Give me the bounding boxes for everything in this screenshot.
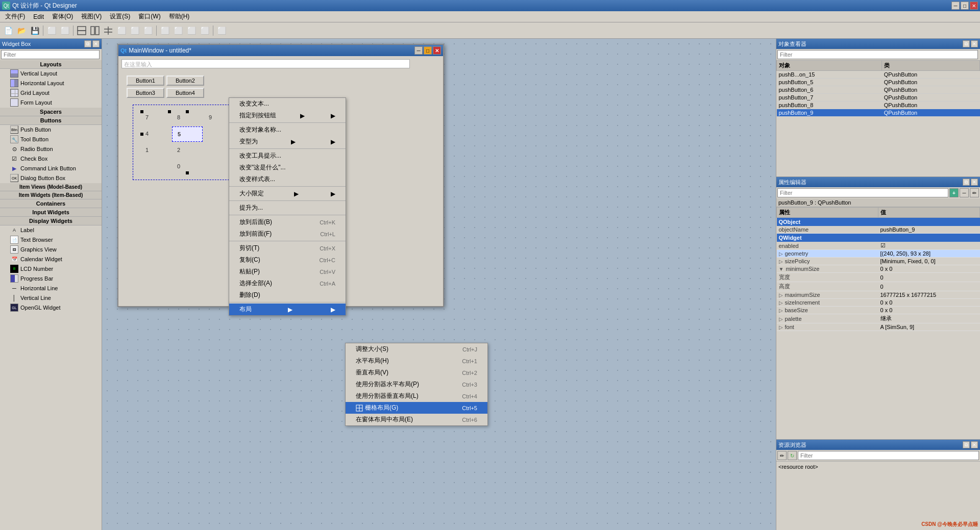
prop-value[interactable]: 0 — [878, 282, 980, 291]
prop-row-height[interactable]: 高度 0 — [777, 282, 980, 291]
section-item-views[interactable]: Item Views (Model-Based) — [0, 183, 102, 191]
prop-value[interactable]: 0 — [878, 273, 980, 282]
toolbar-t9[interactable]: ⬜ — [185, 24, 198, 37]
button4[interactable]: Button4 — [166, 88, 204, 98]
obj-row[interactable]: pushButton_8 QPushButton — [777, 102, 980, 109]
widget-box-float[interactable]: ⧉ — [84, 40, 91, 47]
prop-row-font[interactable]: ▷font A [SimSun, 9] — [777, 323, 980, 331]
widget-item-form-layout[interactable]: Form Layout — [0, 98, 102, 108]
ctx-item-send-back[interactable]: 放到后面(B)Ctrl+K — [229, 216, 346, 228]
toolbar-t6[interactable]: ⬜ — [142, 24, 154, 37]
widget-item-opengl[interactable]: GL OpenGL Widget — [0, 303, 102, 313]
obj-row[interactable]: pushButton_7 QPushButton — [777, 94, 980, 102]
toolbar-t7[interactable]: ⬜ — [159, 24, 171, 37]
prop-value[interactable]: pushButton_9 — [878, 226, 980, 234]
toolbar-t10[interactable]: ⬜ — [199, 24, 211, 37]
widget-item-progress-bar[interactable]: Progress Bar — [0, 274, 102, 284]
prop-value[interactable]: 0 x 0 — [878, 299, 980, 307]
menu-form[interactable]: 窗体(O) — [48, 11, 77, 22]
sub-ctx-form[interactable]: 在窗体布局中布局(E)Ctrl+6 — [346, 414, 487, 425]
sub-ctx-splitter-h[interactable]: 使用分割器水平布局(P)Ctrl+3 — [346, 378, 487, 390]
sub-ctx-horizontal[interactable]: 水平布局(H)Ctrl+1 — [346, 355, 487, 367]
ctx-item-paste[interactable]: 粘贴(P)Ctrl+V — [229, 266, 346, 277]
widget-item-radio-button[interactable]: ⊙ Radio Button — [0, 144, 102, 154]
obj-filter-input[interactable] — [777, 50, 978, 59]
ctx-item-change-name[interactable]: 改变对象名称... — [229, 124, 346, 136]
ctx-item-cut[interactable]: 剪切(T)Ctrl+X — [229, 242, 346, 254]
widget-item-calendar[interactable]: 📅 Calendar Widget — [0, 255, 102, 264]
ctx-item-change-text[interactable]: 改变文本... — [229, 98, 346, 110]
ctx-item-change-stylesheet[interactable]: 改变样式表... — [229, 173, 346, 185]
close-button[interactable]: ✕ — [970, 2, 978, 10]
ctx-item-assign-group[interactable]: 指定到按钮组 ▶ — [229, 110, 346, 121]
ctx-item-size-limit[interactable]: 大小限定 ▶ — [229, 188, 346, 199]
mw-minimize[interactable]: ─ — [414, 46, 423, 55]
mw-close[interactable]: ✕ — [433, 46, 441, 55]
obj-row[interactable]: pushButton_6 QPushButton — [777, 86, 980, 94]
prop-row-maxsize[interactable]: ▷maximumSize 16777215 x 16777215 — [777, 291, 980, 299]
widget-item-vertical-layout[interactable]: Vertical Layout — [0, 69, 102, 79]
prop-remove-btn[interactable]: ─ — [960, 188, 969, 197]
prop-row[interactable]: objectName pushButton_9 — [777, 226, 980, 234]
prop-value[interactable]: A [SimSun, 9] — [878, 323, 980, 331]
sub-ctx-vertical[interactable]: 垂直布局(V)Ctrl+2 — [346, 367, 487, 378]
prop-row-basesize[interactable]: ▷baseSize 0 x 0 — [777, 307, 980, 314]
ctx-item-copy[interactable]: 复制(C)Ctrl+C — [229, 254, 346, 266]
widget-item-horiz-line[interactable]: ─ Horizontal Line — [0, 284, 102, 293]
widget-filter-input[interactable] — [1, 50, 100, 59]
minimize-button[interactable]: ─ — [951, 2, 960, 10]
toolbar-redo[interactable]: ⬜ — [59, 24, 71, 37]
widget-item-text-browser[interactable]: 📄 Text Browser — [0, 235, 102, 245]
prop-value[interactable]: 0 x 0 — [878, 307, 980, 314]
menu-view[interactable]: 视图(V) — [77, 11, 106, 22]
prop-value[interactable]: [(240, 250), 93 x 28] — [878, 250, 980, 258]
ctx-item-select-all[interactable]: 选择全部(A)Ctrl+A — [229, 277, 346, 289]
toolbar-undo[interactable]: ⬜ — [45, 24, 58, 37]
prop-value[interactable]: ☑ — [878, 242, 980, 250]
widget-item-graphics-view[interactable]: 🖼 Graphics View — [0, 245, 102, 255]
section-item-widgets[interactable]: Item Widgets (Item-Based) — [0, 191, 102, 199]
res-browser-float[interactable]: ⧉ — [963, 441, 970, 448]
section-input-widgets[interactable]: Input Widgets — [0, 208, 102, 217]
maximize-button[interactable]: □ — [961, 2, 969, 10]
widget-item-tool-button[interactable]: 🔧 Tool Button — [0, 135, 102, 144]
ctx-item-change-whatsthis[interactable]: 改变"这是什么"... — [229, 162, 346, 173]
widget-item-lcd[interactable]: 8 LCD Number — [0, 264, 102, 274]
button3[interactable]: Button3 — [127, 88, 164, 98]
menu-file[interactable]: 文件(F) — [1, 11, 29, 22]
res-filter-input[interactable] — [798, 451, 979, 460]
ctx-item-bring-front[interactable]: 放到前面(F)Ctrl+L — [229, 228, 346, 240]
sub-ctx-resize[interactable]: 调整大小(S)Ctrl+J — [346, 343, 487, 355]
toolbar-save[interactable]: 💾 — [29, 24, 41, 37]
toolbar-t8[interactable]: ⬜ — [172, 24, 184, 37]
widget-item-label[interactable]: A Label — [0, 225, 102, 235]
sub-ctx-splitter-v[interactable]: 使用分割器垂直布局(L)Ctrl+4 — [346, 390, 487, 402]
mw-maximize[interactable]: □ — [424, 46, 432, 55]
widget-item-check-box[interactable]: ☑ Check Box — [0, 154, 102, 164]
obj-inspector-close[interactable]: ✕ — [971, 40, 978, 47]
section-spacers[interactable]: Spacers — [0, 108, 102, 116]
toolbar-t1[interactable] — [76, 24, 88, 37]
widget-item-dialog-button[interactable]: OK Dialog Button Box — [0, 173, 102, 183]
prop-row-width[interactable]: 宽度 0 — [777, 273, 980, 282]
section-display-widgets[interactable]: Display Widgets — [0, 217, 102, 225]
widget-item-grid-layout[interactable]: Grid Layout — [0, 88, 102, 98]
toolbar-new[interactable]: 📄 — [2, 24, 14, 37]
section-containers[interactable]: Containers — [0, 199, 102, 208]
button2[interactable]: Button2 — [166, 75, 204, 86]
obj-row-selected[interactable]: pushButton_9 QPushButton — [777, 109, 980, 117]
section-layouts[interactable]: Layouts — [0, 60, 102, 69]
menu-edit[interactable]: Edit — [29, 12, 48, 21]
prop-row-palette[interactable]: ▷palette 继承 — [777, 314, 980, 323]
res-refresh-btn[interactable]: ↻ — [788, 451, 797, 460]
toolbar-t3[interactable] — [102, 24, 114, 37]
prop-value[interactable]: [Minimum, Fixed, 0, 0] — [878, 258, 980, 265]
ctx-item-morph[interactable]: 变型为 ▶ — [229, 136, 346, 147]
sub-ctx-grid[interactable]: 栅格布局(G) Ctrl+5 — [346, 402, 487, 414]
widget-item-command-link[interactable]: ▶ Command Link Button — [0, 164, 102, 173]
prop-row-sizeincrement[interactable]: ▷sizeIncrement 0 x 0 — [777, 299, 980, 307]
prop-row-geometry[interactable]: ▷geometry [(240, 250), 93 x 28] — [777, 250, 980, 258]
obj-row[interactable]: pushB...on_15 QPushButton — [777, 71, 980, 79]
prop-filter-input[interactable] — [777, 188, 948, 197]
prop-configure-btn[interactable]: ✏ — [970, 188, 979, 197]
